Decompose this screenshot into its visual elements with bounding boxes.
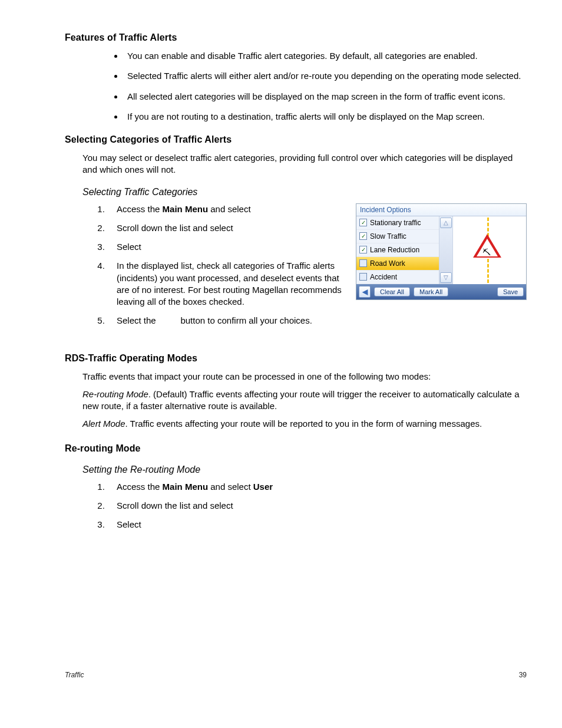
step-text: Select the [117,315,158,325]
incident-scrollbar[interactable]: △ ▽ [439,216,453,284]
step-item: Access the Main Menu and select User [107,481,527,493]
step-text: button to confirm all your choices. [178,315,312,325]
heading-operating-modes: RDS-Traffic Operating Modes [65,353,527,364]
clear-all-button[interactable]: Clear All [374,287,410,297]
incident-options-panel: Incident Options ✓ Stationary traffic ✓ … [356,203,527,300]
step-text: and select [208,204,251,214]
features-list: You can enable and disable Traffic alert… [124,50,527,123]
alert-mode-desc: Alert Mode. Traffic events affecting you… [82,418,527,430]
mode-label: Alert Mode [82,419,125,429]
back-button[interactable]: ◀ [359,286,371,298]
step-text: and select [208,482,253,492]
step-item: Scroll down the list and select [107,222,345,234]
step-text: Access the [117,482,163,492]
step-bold: Main Menu [163,204,209,214]
heading-rerouting-mode: Re-routing Mode [65,443,527,454]
incident-item-label: Slow Traffic [370,232,406,241]
incident-item-accident[interactable]: ✓ Accident [356,271,439,284]
incident-item-slow[interactable]: ✓ Slow Traffic [356,230,439,243]
footer-page-number: 39 [519,671,527,679]
heading-features: Features of Traffic Alerts [65,32,527,43]
bullet-item: Selected Traffic alerts will either aler… [124,70,527,82]
step-item: Scroll down the list and select [107,500,527,512]
bullet-item: All selected alert categories will be di… [124,91,527,103]
incident-map-preview: ⛏ [453,216,526,284]
step-item: Select [107,241,345,253]
rerouting-mode-desc: Re-routing Mode. (Default) Traffic event… [82,388,527,413]
checkbox-icon[interactable]: ✓ [359,219,367,226]
mark-all-button[interactable]: Mark All [414,287,448,297]
step-bold: Main Menu [163,482,209,492]
checkbox-icon[interactable]: ✓ [359,246,367,253]
step-item: Select [107,519,527,531]
incident-item-label: Road Work [370,259,405,268]
incident-item-label: Stationary traffic [370,219,421,227]
heading-selecting-categories: Selecting Categories of Traffic Alerts [65,134,527,145]
incident-options-title: Incident Options [356,204,526,216]
heading-selecting-traffic-categories: Selecting Traffic Categories [82,187,527,197]
heading-setting-rerouting: Setting the Re-routing Mode [82,465,527,475]
incident-options-list: ✓ Stationary traffic ✓ Slow Traffic ✓ La… [356,216,439,284]
incident-options-figure: Incident Options ✓ Stationary traffic ✓ … [356,203,527,300]
page-footer: Traffic 39 [65,671,527,679]
roadwork-icon: ⛏ [482,248,491,257]
incident-item-label: Lane Reduction [370,246,419,254]
step-text: Access the [117,204,163,214]
scroll-down-icon[interactable]: ▽ [440,272,452,283]
step-item: In the displayed list, check all categor… [107,260,345,308]
scroll-up-icon[interactable]: △ [440,218,452,228]
checkbox-icon[interactable]: ✓ [359,273,367,281]
incident-item-lane[interactable]: ✓ Lane Reduction [356,243,439,257]
step-item: Select the button to confirm all your ch… [107,315,345,327]
checkbox-icon[interactable]: ✓ [359,259,367,267]
steps-list-2: Access the Main Menu and select User Scr… [107,481,527,531]
incident-item-stationary[interactable]: ✓ Stationary traffic [356,216,439,230]
bullet-item: If you are not routing to a destination,… [124,111,527,123]
selecting-intro-text: You may select or deselect traffic alert… [82,152,527,176]
steps-list-1: Access the Main Menu and select Scroll d… [107,203,345,327]
step-bold: User [253,482,273,492]
mode-text: . Traffic events affecting your route wi… [125,419,482,429]
incident-footer: ◀ Clear All Mark All Save [356,284,526,299]
mode-text: . (Default) Traffic events affecting you… [82,389,519,411]
bullet-item: You can enable and disable Traffic alert… [124,50,527,62]
checkbox-icon[interactable]: ✓ [359,232,367,240]
incident-item-label: Accident [370,273,397,281]
save-button[interactable]: Save [497,287,524,297]
mode-label: Re-routing Mode [82,389,148,399]
operating-intro-text: Traffic events that impact your route ca… [82,371,527,383]
step-item: Access the Main Menu and select [107,203,345,215]
incident-item-roadwork[interactable]: ✓ Road Work [356,257,439,271]
footer-section-name: Traffic [65,671,84,679]
